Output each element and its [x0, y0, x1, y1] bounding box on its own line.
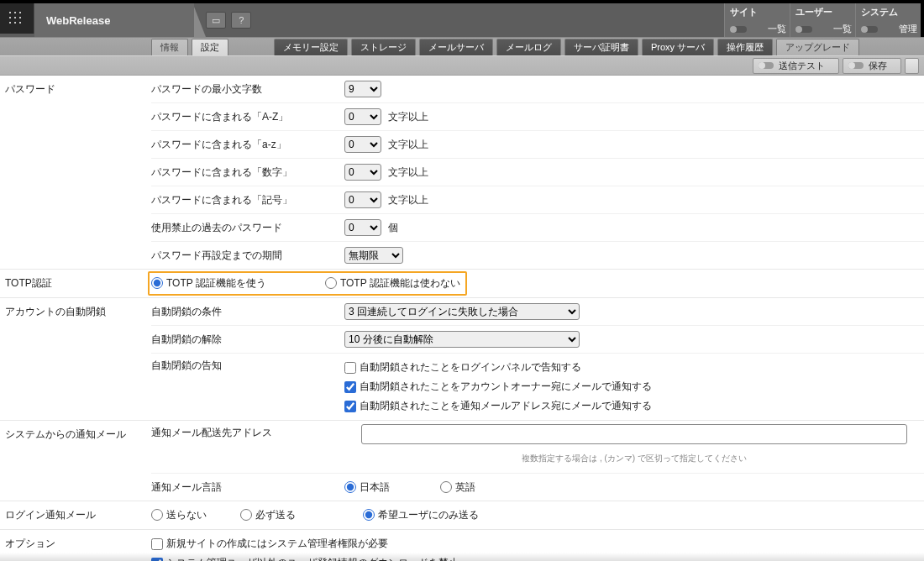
radio-loginmail-always[interactable]: 必ず送る: [240, 508, 296, 522]
menu-user[interactable]: ユーザー 一覧: [790, 3, 855, 37]
tab-servercert[interactable]: サーバ証明書: [564, 39, 638, 55]
panel-toggle-icon[interactable]: ▭: [206, 12, 226, 29]
group-loginmail: ログイン通知メール: [0, 501, 151, 529]
tab-bar: 情報 設定 メモリー設定 ストレージ メールサーバ メールログ サーバ証明書 P…: [0, 37, 924, 55]
label-lock-notify: 自動閉鎖の告知: [151, 354, 344, 378]
select-sym[interactable]: 0: [344, 191, 381, 208]
radio-loginmail-pref[interactable]: 希望ユーザにのみ送る: [363, 508, 479, 522]
radio-loginmail-none[interactable]: 送らない: [151, 508, 207, 522]
hint-mail-addr: 複数指定する場合は , (カンマ) で区切って指定してください: [522, 451, 747, 469]
app-logo: [0, 3, 34, 34]
select-lock-cond[interactable]: 3 回連続してログインに失敗した場合: [344, 303, 580, 320]
radio-lang-en[interactable]: 英語: [440, 480, 475, 495]
label-min-length: パスワードの最小文字数: [151, 77, 344, 102]
tab-mailserver[interactable]: メールサーバ: [419, 39, 493, 55]
label-expire: パスワード再設定までの期間: [151, 244, 344, 268]
select-history[interactable]: 0: [344, 219, 381, 236]
group-totp: TOTP認証: [0, 270, 151, 297]
save-button[interactable]: 保存: [843, 58, 901, 74]
help-icon[interactable]: ?: [231, 12, 251, 29]
send-test-button[interactable]: 送信テスト: [753, 58, 839, 74]
select-lock-release[interactable]: 10 分後に自動解除: [344, 331, 580, 348]
label-mail-addr: 通知メール配送先アドレス: [151, 421, 344, 445]
select-upper[interactable]: 0: [344, 108, 381, 125]
tab-history[interactable]: 操作履歴: [717, 39, 773, 55]
label-mail-lang: 通知メール言語: [151, 475, 344, 500]
suffix-sym: 文字以上: [388, 193, 428, 207]
suffix-history: 個: [388, 221, 398, 235]
input-mail-addr[interactable]: [361, 424, 907, 444]
check-notify-panel[interactable]: 自動閉鎖されたことをログインパネルで告知する: [344, 360, 652, 375]
tab-maillog[interactable]: メールログ: [496, 39, 561, 55]
check-restrict-dl[interactable]: システム管理ユーザ以外のユーザ登録情報のダウンロードを禁止: [151, 556, 459, 561]
tab-memory[interactable]: メモリー設定: [274, 39, 348, 55]
brand-title: WebRelease: [34, 3, 194, 37]
check-site-admin-only[interactable]: 新規サイトの作成にはシステム管理者権限が必要: [151, 537, 459, 551]
menu-site[interactable]: サイト 一覧: [724, 3, 790, 37]
menu-system[interactable]: システム 管理: [855, 3, 921, 37]
label-sym: パスワードに含まれる「記号」: [151, 188, 344, 212]
tab-proxy[interactable]: Proxy サーバ: [642, 39, 714, 55]
check-notify-owner[interactable]: 自動閉鎖されたことをアカウントオーナー宛にメールで通知する: [344, 380, 652, 394]
label-lock-cond: 自動閉鎖の条件: [151, 300, 344, 324]
radio-totp-use[interactable]: TOTP 認証機能を使う: [151, 276, 266, 291]
select-expire[interactable]: 無期限: [344, 247, 403, 264]
select-min-length[interactable]: 9: [344, 81, 381, 97]
select-num[interactable]: 0: [344, 164, 381, 181]
group-autolock: アカウントの自動閉鎖: [0, 298, 151, 326]
label-num: パスワードに含まれる「数字」: [151, 160, 344, 185]
tab-storage[interactable]: ストレージ: [351, 39, 416, 55]
action-bar: 送信テスト 保存: [0, 55, 924, 76]
suffix-num: 文字以上: [388, 165, 428, 180]
group-option: オプション: [0, 530, 151, 558]
group-sysmail: システムからの通知メール: [0, 421, 151, 448]
radio-totp-nouse[interactable]: TOTP 認証機能は使わない: [325, 276, 460, 291]
tab-upgrade[interactable]: アップグレード: [776, 39, 859, 55]
totp-highlight: TOTP 認証機能を使う TOTP 認証機能は使わない: [148, 271, 467, 296]
tab-settings[interactable]: 設定: [192, 39, 228, 55]
label-lock-release: 自動閉鎖の解除: [151, 328, 344, 352]
radio-lang-ja[interactable]: 日本語: [344, 480, 390, 495]
page-icon[interactable]: [905, 58, 919, 74]
label-upper: パスワードに含まれる「A-Z」: [151, 105, 344, 129]
check-notify-addr[interactable]: 自動閉鎖されたことを通知メールアドレス宛にメールで通知する: [344, 399, 652, 413]
suffix-upper: 文字以上: [388, 110, 428, 124]
label-lower: パスワードに含まれる「a-z」: [151, 133, 344, 157]
select-lower[interactable]: 0: [344, 136, 381, 153]
top-banner: WebRelease ▭ ? サイト 一覧 ユーザー 一覧 システム 管理: [0, 0, 924, 37]
suffix-lower: 文字以上: [388, 138, 428, 152]
settings-form: パスワード パスワードの最小文字数 9 パスワードに含まれる「A-Z」 0文字以…: [0, 76, 924, 561]
tab-info[interactable]: 情報: [151, 39, 188, 55]
label-history: 使用禁止の過去のパスワード: [151, 216, 344, 240]
group-password: パスワード: [0, 76, 151, 103]
